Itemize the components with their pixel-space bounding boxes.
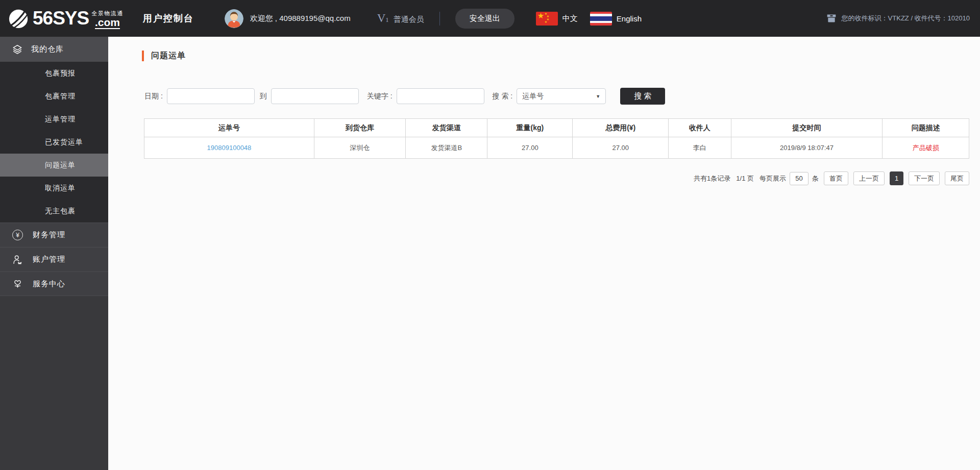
col-total-cost: 总费用(¥) [573,119,668,137]
date-to-input[interactable] [271,88,359,104]
brand-name: 56SYS [33,8,89,29]
user-avatar[interactable] [225,9,243,28]
service-flower-icon [12,279,23,289]
sidebar-item-cancelled-waybills[interactable]: 取消运单 [0,177,108,200]
page-info-text: 1/1 页 [736,174,754,183]
brand-tagline: 全景物流通 [91,11,124,16]
package-icon [826,13,837,23]
date-from-input[interactable] [167,88,255,104]
page-head: 问题运单 [142,51,186,61]
sidebar-section-label: 我的仓库 [31,44,64,54]
sidebar-section-label: 账户管理 [33,255,65,264]
sidebar-item-unclaimed-packages[interactable]: 无主包裹 [0,200,108,222]
sidebar-item-waybill-management[interactable]: 运单管理 [0,108,108,131]
thailand-flag-icon[interactable] [590,12,612,26]
sidebar-item-package-management[interactable]: 包裹管理 [0,85,108,108]
globe-swoosh-icon [8,8,30,29]
welcome-text: 欢迎您 , 409889195@qq.com [250,14,351,23]
prev-page-button[interactable]: 上一页 [853,171,885,185]
lang-chinese[interactable]: 中文 [562,14,578,23]
col-shipping-channel: 发货渠道 [406,119,487,137]
lang-english[interactable]: English [617,14,642,23]
record-count-text: 共有1条记录 [694,174,730,183]
pagination-bar: 共有1条记录 1/1 页 每页展示 条 首页 上一页 1 下一页 尾页 [144,171,969,185]
date-to-label: 到 [260,92,267,101]
sidebar-section-label: 财务管理 [33,230,65,240]
shipping-id-cluster: 您的收件标识：VTKZZ / 收件代号：102010 [826,13,970,23]
table-row: 190809100048 深圳仓 发货渠道B 27.00 27.00 李白 20… [144,137,969,159]
sidebar: 我的仓库 包裹预报 包裹管理 运单管理 已发货运单 问题运单 取消运单 无主包裹… [0,37,108,470]
keyword-label: 关键字 : [367,92,393,101]
vip-level: 1 [385,16,389,24]
col-submit-time: 提交时间 [731,119,883,137]
per-page-label: 每页展示 [760,174,786,183]
cell-waybill-number: 190809100048 [144,137,314,159]
shipping-id-text: 您的收件标识：VTKZZ / 收件代号：102010 [842,14,970,23]
brand-logo: 56SYS 全景物流通 .com [0,8,124,29]
sidebar-section-label: 服务中心 [33,279,65,289]
col-weight: 重量(kg) [487,119,573,137]
search-type-selected-value: 运单号 [522,92,544,101]
cell-recipient: 李白 [668,137,731,159]
sidebar-section-finance[interactable]: ¥ 财务管理 [0,222,108,247]
title-accent-bar [142,51,144,61]
sidebar-item-shipped-waybills[interactable]: 已发货运单 [0,131,108,154]
sidebar-section-service[interactable]: 服务中心 [0,271,108,296]
yen-circle-icon: ¥ [12,230,23,240]
brand-domain: .com [95,17,120,29]
problem-waybill-table: 运单号 到货仓库 发货渠道 重量(kg) 总费用(¥) 收件人 提交时间 问题描… [144,118,969,159]
search-type-select[interactable]: 运单号 ▼ [517,88,606,104]
layers-icon [12,44,23,55]
logout-button[interactable]: 安全退出 [455,9,514,29]
cell-weight: 27.00 [487,137,573,159]
cell-submit-time: 2019/8/9 18:07:47 [731,137,883,159]
last-page-button[interactable]: 尾页 [945,171,969,185]
current-page-button[interactable]: 1 [890,171,903,185]
chevron-down-icon: ▼ [596,94,600,99]
cell-problem-description: 产品破损 [883,137,969,159]
cell-total-cost: 27.00 [573,137,668,159]
search-button[interactable]: 搜 索 [620,88,665,105]
waybill-number-link[interactable]: 190809100048 [207,144,252,152]
table-header-row: 运单号 到货仓库 发货渠道 重量(kg) 总费用(¥) 收件人 提交时间 问题描… [144,119,969,137]
col-arrival-warehouse: 到货仓库 [314,119,405,137]
sidebar-section-my-warehouse[interactable]: 我的仓库 [0,37,108,62]
membership-badge: V 1 普通会员 [377,12,424,24]
keyword-input[interactable] [397,88,484,104]
console-title: 用户控制台 [143,12,194,24]
filter-toolbar: 日期 : 到 关键字 : 搜 索 : 运单号 ▼ 搜 索 [144,88,665,105]
next-page-button[interactable]: 下一页 [909,171,940,185]
user-icon [12,254,23,265]
search-type-label: 搜 索 : [493,92,513,101]
sidebar-item-package-forecast[interactable]: 包裹预报 [0,62,108,85]
col-recipient: 收件人 [668,119,731,137]
page-size-input[interactable] [790,172,808,185]
membership-label: 普通会员 [394,15,424,24]
top-bar: 56SYS 全景物流通 .com 用户控制台 欢迎您 , 409889195@q… [0,0,980,37]
warehouse-submenu: 包裹预报 包裹管理 运单管理 已发货运单 问题运单 取消运单 无主包裹 [0,62,108,222]
sidebar-section-account[interactable]: 账户管理 [0,247,108,271]
cell-arrival-warehouse: 深圳仓 [314,137,405,159]
per-page-unit: 条 [812,174,819,183]
page-title: 问题运单 [151,51,186,61]
date-label: 日期 : [144,92,163,101]
sidebar-item-problem-waybills[interactable]: 问题运单 [0,154,108,177]
col-waybill-number: 运单号 [144,119,314,137]
col-problem-description: 问题描述 [883,119,969,137]
first-page-button[interactable]: 首页 [824,171,848,185]
header-divider [439,12,440,26]
main-content: 问题运单 日期 : 到 关键字 : 搜 索 : 运单号 ▼ 搜 索 运单号 到货… [108,37,980,470]
vip-v-icon: V [377,12,386,24]
china-flag-icon[interactable]: ★ ★ ★ ★ ★ [536,12,558,26]
user-cluster: 欢迎您 , 409889195@qq.com V 1 普通会员 安全退出 ★ ★… [225,9,642,29]
cell-shipping-channel: 发货渠道B [406,137,487,159]
